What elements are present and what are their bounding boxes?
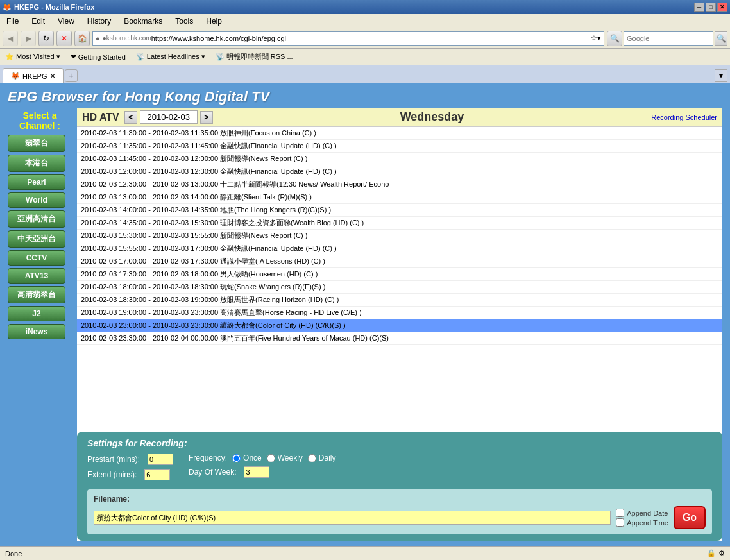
channel-btn-world[interactable]: World (8, 192, 65, 208)
channel-btn-0[interactable]: 翡翠台 (8, 135, 65, 152)
program-row[interactable]: 2010-02-03 11:45:00 - 2010-02-03 12:00:0… (77, 153, 722, 165)
channel-btn-8[interactable]: 高清翡翠台 (8, 286, 65, 303)
recording-scheduler-link[interactable]: Recording Scheduler (651, 114, 717, 121)
program-row[interactable]: 2010-02-03 17:00:00 - 2010-02-03 17:30:0… (77, 255, 722, 268)
menu-file[interactable]: File (3, 15, 22, 27)
sidebar-title: Select aChannel : (8, 108, 72, 133)
program-list[interactable]: 2010-02-03 11:30:00 - 2010-02-03 11:35:0… (77, 127, 722, 429)
forward-button[interactable]: ▶ (21, 31, 36, 46)
channel-btn-10[interactable]: iNews (8, 324, 65, 339)
program-row[interactable]: 2010-02-03 12:00:00 - 2010-02-03 12:30:0… (77, 165, 722, 178)
channel-btn-7[interactable]: ATV13 (8, 268, 65, 284)
filename-input[interactable] (94, 511, 611, 525)
append-date-checkbox[interactable] (616, 509, 624, 517)
search-engine-icon[interactable]: 🔍 (607, 31, 622, 46)
channel-sidebar: Select aChannel : 翡翠台 本港台 Pearl World 亞洲… (8, 108, 72, 541)
prestart-input[interactable] (148, 454, 173, 465)
latest-headlines-bookmark[interactable]: 📡 Latest Headlines ▾ (133, 51, 208, 62)
address-short: ●kshome.hk.com (103, 35, 151, 42)
chinese-news-bookmark[interactable]: 📡 明報即時新聞 RSS ... (213, 51, 296, 63)
getting-started-bookmark[interactable]: ❤ Getting Started (68, 51, 128, 62)
daily-option[interactable]: Daily (308, 454, 336, 462)
program-row[interactable]: 2010-02-03 23:00:00 - 2010-02-03 23:30:0… (77, 319, 722, 332)
once-radio[interactable] (232, 454, 241, 462)
channel-btn-4[interactable]: 亞洲高清台 (8, 210, 65, 228)
program-row[interactable]: 2010-02-03 17:30:00 - 2010-02-03 18:00:0… (77, 268, 722, 281)
program-row[interactable]: 2010-02-03 14:00:00 - 2010-02-03 14:35:0… (77, 204, 722, 217)
dow-row: Day Of Week: (189, 466, 336, 478)
channel-btn-1[interactable]: 本港台 (8, 155, 65, 172)
rss-icon-1: 📡 (136, 53, 145, 61)
search-input[interactable] (624, 31, 713, 46)
getting-started-icon: ❤ (71, 53, 76, 61)
menu-help[interactable]: Help (202, 15, 226, 27)
program-area: HD ATV < 2010-02-03 > Wednesday Recordin… (77, 108, 722, 541)
maximize-button[interactable]: □ (706, 3, 716, 12)
once-label: Once (243, 454, 262, 462)
program-row[interactable]: 2010-02-03 23:30:00 - 2010-02-04 00:00:0… (77, 332, 722, 345)
menu-bar: File Edit View History Bookmarks Tools H… (0, 14, 730, 28)
channel-btn-5[interactable]: 中天亞洲台 (8, 230, 65, 248)
program-row[interactable]: 2010-02-03 11:30:00 - 2010-02-03 11:35:0… (77, 127, 722, 140)
go-button[interactable]: Go (674, 506, 706, 529)
settings-icon: ⚙ (718, 549, 725, 557)
tab-close-icon[interactable]: ✕ (50, 72, 55, 80)
bookmarks-bar: ⭐ Most Visited ▾ ❤ Getting Started 📡 Lat… (0, 49, 730, 65)
hd-atv-label: HD ATV (82, 112, 119, 123)
tab-icon: 🦊 (11, 72, 20, 80)
program-row[interactable]: 2010-02-03 18:00:00 - 2010-02-03 18:30:0… (77, 281, 722, 294)
append-time-row[interactable]: Append Time (616, 518, 668, 527)
back-button[interactable]: ◀ (3, 31, 18, 46)
program-row[interactable]: 2010-02-03 14:35:00 - 2010-02-03 15:30:0… (77, 217, 722, 230)
append-time-checkbox[interactable] (616, 518, 624, 527)
minimize-button[interactable]: ─ (694, 3, 704, 12)
menu-edit[interactable]: Edit (28, 15, 49, 27)
program-row[interactable]: 2010-02-03 12:30:00 - 2010-02-03 13:00:0… (77, 178, 722, 191)
channel-btn-6[interactable]: CCTV (8, 250, 65, 266)
weekly-radio[interactable] (267, 454, 275, 462)
star-icon[interactable]: ☆ (591, 34, 597, 42)
extend-row: Extend (mins): (87, 469, 173, 480)
once-option[interactable]: Once (232, 454, 262, 462)
stop-button[interactable]: ✕ (56, 31, 72, 46)
title-bar-controls: ─ □ ✕ (694, 3, 727, 12)
prev-date-button[interactable]: < (124, 111, 137, 124)
menu-bookmarks[interactable]: Bookmarks (120, 15, 166, 27)
weekly-option[interactable]: Weekly (267, 454, 303, 462)
new-tab-button[interactable]: + (65, 69, 78, 82)
daily-radio[interactable] (308, 454, 316, 462)
weekly-label: Weekly (278, 454, 303, 462)
append-date-row[interactable]: Append Date (616, 509, 668, 517)
dow-input[interactable] (244, 466, 269, 478)
filename-section: Filename: Append Date Append Time (87, 489, 712, 534)
dropdown-icon[interactable]: ▾ (597, 34, 601, 42)
channel-btn-9[interactable]: J2 (8, 306, 65, 321)
latest-headlines-label: Latest Headlines ▾ (147, 53, 205, 61)
next-date-button[interactable]: > (200, 111, 213, 124)
address-bar[interactable]: ● ●kshome.hk.com ☆ ▾ (92, 31, 604, 46)
search-area: 🔍 🔍 (607, 31, 727, 46)
reload-button[interactable]: ↻ (38, 31, 54, 46)
program-row[interactable]: 2010-02-03 18:30:00 - 2010-02-03 19:00:0… (77, 294, 722, 307)
program-row[interactable]: 2010-02-03 15:30:00 - 2010-02-03 15:55:0… (77, 230, 722, 242)
filename-row: Append Date Append Time Go (94, 506, 706, 529)
menu-history[interactable]: History (83, 15, 115, 27)
search-button[interactable]: 🔍 (715, 31, 727, 46)
menu-tools[interactable]: Tools (171, 15, 197, 27)
extend-input[interactable] (144, 469, 170, 480)
program-row[interactable]: 2010-02-03 11:35:00 - 2010-02-03 11:45:0… (77, 140, 722, 153)
program-row[interactable]: 2010-02-03 13:00:00 - 2010-02-03 14:00:0… (77, 191, 722, 204)
append-date-label: Append Date (627, 509, 668, 517)
most-visited-bookmark[interactable]: ⭐ Most Visited ▾ (3, 51, 63, 62)
prestart-label: Prestart (mins): (87, 455, 140, 464)
program-row[interactable]: 2010-02-03 19:00:00 - 2010-02-03 23:00:0… (77, 307, 722, 319)
tab-dropdown-button[interactable]: ▾ (715, 69, 727, 82)
active-tab[interactable]: 🦊 HKEPG ✕ (3, 68, 64, 83)
home-button[interactable]: 🏠 (74, 31, 90, 46)
settings-title: Settings for Recording: (87, 438, 712, 448)
address-input[interactable] (151, 35, 591, 42)
menu-view[interactable]: View (54, 15, 78, 27)
program-row[interactable]: 2010-02-03 15:55:00 - 2010-02-03 17:00:0… (77, 242, 722, 255)
close-button[interactable]: ✕ (717, 3, 727, 12)
channel-btn-pearl[interactable]: Pearl (8, 174, 65, 190)
